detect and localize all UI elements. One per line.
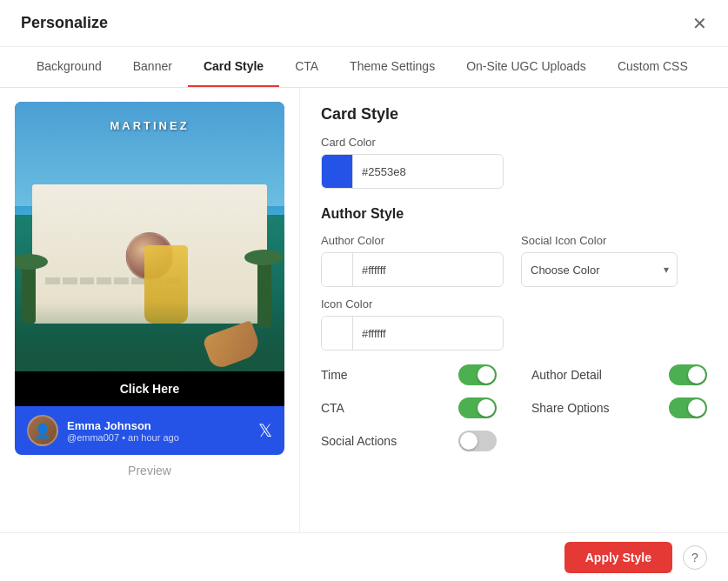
card-color-label: Card Color bbox=[321, 136, 707, 149]
toggle-share-options[interactable] bbox=[669, 397, 707, 418]
toggle-social-actions-thumb bbox=[460, 432, 478, 450]
tab-on-site-ugc[interactable]: On-Site UGC Uploads bbox=[451, 47, 602, 87]
author-style-title: Author Style bbox=[321, 206, 707, 222]
toggle-cta-thumb bbox=[478, 399, 495, 417]
tab-custom-css[interactable]: Custom CSS bbox=[602, 47, 704, 87]
social-icon-color-select[interactable]: Choose Color bbox=[521, 252, 678, 287]
icon-color-field: Icon Color bbox=[321, 297, 707, 351]
tab-theme-settings[interactable]: Theme Settings bbox=[334, 47, 451, 87]
card-color-swatch[interactable] bbox=[322, 154, 353, 189]
toggle-author-detail-label: Author Detail bbox=[531, 368, 602, 382]
preview-label: Preview bbox=[128, 464, 171, 477]
help-icon[interactable]: ? bbox=[683, 545, 707, 570]
card-preview: MARTINEZ bbox=[15, 102, 284, 455]
modal-header: Personalize ✕ bbox=[0, 0, 728, 47]
card-color-field: Card Color bbox=[321, 136, 707, 189]
toggle-share-options-thumb bbox=[688, 399, 705, 417]
social-icon-color-label: Social Icon Color bbox=[521, 234, 678, 247]
toggle-row-author-detail: Author Detail bbox=[531, 364, 707, 385]
tab-card-style[interactable]: Card Style bbox=[188, 47, 279, 87]
author-handle: @emma007 • an hour ago bbox=[67, 432, 179, 443]
card-image: MARTINEZ bbox=[15, 102, 284, 371]
card-color-input[interactable] bbox=[321, 154, 504, 189]
toggle-cta-label: CTA bbox=[321, 401, 344, 415]
toggle-share-options-label: Share Options bbox=[531, 401, 610, 415]
card-author-bar: 👤 Emma Johnson @emma007 • an hour ago 𝕏 bbox=[15, 406, 284, 455]
toggle-cta-track bbox=[458, 397, 497, 418]
tab-banner[interactable]: Banner bbox=[117, 47, 188, 87]
toggle-cta[interactable] bbox=[458, 397, 497, 418]
social-icon-color-select-wrapper: Choose Color ▾ bbox=[521, 252, 678, 287]
twitter-icon: 𝕏 bbox=[258, 420, 272, 441]
toggle-social-actions-track bbox=[458, 431, 497, 451]
toggle-author-detail[interactable] bbox=[669, 364, 707, 385]
toggle-row-share-options: Share Options bbox=[531, 397, 707, 418]
icon-color-label: Icon Color bbox=[321, 297, 707, 311]
cta-text: Click Here bbox=[120, 382, 179, 396]
apply-style-button[interactable]: Apply Style bbox=[564, 542, 672, 573]
author-name: Emma Johnson bbox=[67, 419, 179, 432]
social-icon-color-field: Social Icon Color Choose Color ▾ bbox=[521, 234, 678, 287]
toggle-share-options-track bbox=[669, 397, 707, 418]
bottom-bar: Apply Style ? bbox=[0, 532, 728, 581]
toggle-time-thumb bbox=[478, 366, 495, 384]
toggle-time-track bbox=[458, 364, 497, 385]
modal-title: Personalize bbox=[21, 14, 108, 32]
toggle-time[interactable] bbox=[458, 364, 497, 385]
preview-panel: MARTINEZ bbox=[0, 88, 300, 575]
toggle-row-cta: CTA bbox=[321, 397, 497, 418]
card-style-title: Card Style bbox=[321, 105, 707, 124]
tabs-bar: Background Banner Card Style CTA Theme S… bbox=[0, 47, 728, 88]
card-color-hex[interactable] bbox=[353, 165, 503, 178]
toggle-social-actions[interactable] bbox=[458, 431, 497, 451]
content-area: MARTINEZ bbox=[0, 88, 728, 575]
author-info: Emma Johnson @emma007 • an hour ago bbox=[67, 419, 179, 443]
author-color-hex[interactable] bbox=[353, 264, 503, 277]
author-color-field: Author Color bbox=[321, 234, 504, 287]
icon-color-swatch[interactable] bbox=[322, 316, 353, 351]
toggle-author-detail-track bbox=[669, 364, 707, 385]
tab-cta[interactable]: CTA bbox=[279, 47, 334, 87]
toggle-row-time: Time bbox=[321, 364, 497, 385]
toggle-row-social-actions: Social Actions bbox=[321, 431, 497, 451]
hotel-name-label: MARTINEZ bbox=[110, 119, 189, 132]
card-cta-bar[interactable]: Click Here bbox=[15, 371, 284, 406]
icon-color-hex[interactable] bbox=[353, 327, 503, 340]
author-color-row: Author Color Social Icon Color Choose Co… bbox=[321, 234, 707, 287]
tab-background[interactable]: Background bbox=[21, 47, 117, 87]
avatar: 👤 bbox=[27, 415, 58, 446]
toggle-time-label: Time bbox=[321, 368, 348, 382]
close-button[interactable]: ✕ bbox=[692, 15, 707, 32]
icon-color-input[interactable] bbox=[321, 316, 504, 351]
author-color-label: Author Color bbox=[321, 234, 504, 247]
author-color-input[interactable] bbox=[321, 252, 504, 287]
toggle-author-detail-thumb bbox=[688, 366, 705, 384]
toggles-grid: Time Author Detail bbox=[321, 364, 707, 451]
author-color-swatch[interactable] bbox=[322, 252, 353, 287]
toggle-social-actions-label: Social Actions bbox=[321, 434, 397, 448]
author-left: 👤 Emma Johnson @emma007 • an hour ago bbox=[27, 415, 179, 446]
settings-panel: Card Style Card Color Author Style Autho… bbox=[300, 88, 728, 575]
